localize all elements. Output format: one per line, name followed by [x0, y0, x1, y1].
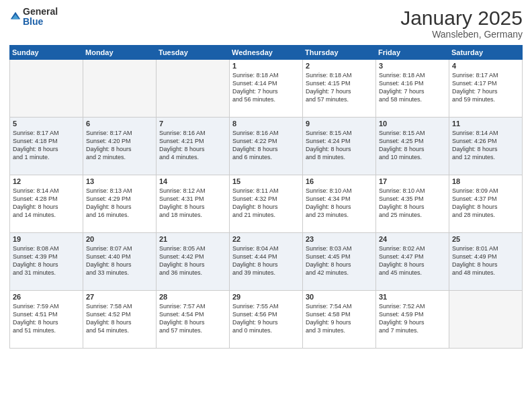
cell-content: Sunrise: 8:03 AMSunset: 4:45 PMDaylight:… [306, 244, 373, 277]
cell-content: Sunrise: 8:10 AMSunset: 4:34 PMDaylight:… [306, 187, 373, 220]
cell-content: Sunrise: 8:16 AMSunset: 4:22 PMDaylight:… [232, 129, 300, 162]
cell-content: Sunrise: 8:11 AMSunset: 4:32 PMDaylight:… [232, 187, 300, 220]
calendar-cell: 25Sunrise: 8:01 AMSunset: 4:49 PMDayligh… [449, 233, 523, 291]
cell-content: Sunrise: 8:18 AMSunset: 4:15 PMDaylight:… [306, 71, 373, 104]
calendar-cell: 9Sunrise: 8:15 AMSunset: 4:24 PMDaylight… [303, 118, 376, 175]
day-header-saturday: Saturday [449, 46, 523, 60]
logo: General Blue [9, 7, 58, 28]
cell-content: Sunrise: 8:10 AMSunset: 4:35 PMDaylight:… [379, 187, 446, 220]
day-header-sunday: Sunday [10, 46, 83, 60]
calendar-cell: 16Sunrise: 8:10 AMSunset: 4:34 PMDayligh… [303, 175, 376, 233]
cell-content: Sunrise: 8:14 AMSunset: 4:26 PMDaylight:… [452, 129, 519, 162]
day-number: 8 [232, 120, 300, 128]
title-area: January 2025 Wansleben, Germany [400, 7, 523, 40]
cell-content: Sunrise: 8:17 AMSunset: 4:17 PMDaylight:… [452, 71, 519, 104]
cell-content: Sunrise: 8:17 AMSunset: 4:20 PMDaylight:… [86, 129, 153, 162]
month-title: January 2025 [400, 7, 523, 29]
calendar-cell: 8Sunrise: 8:16 AMSunset: 4:22 PMDaylight… [230, 118, 303, 175]
cell-content: Sunrise: 8:02 AMSunset: 4:47 PMDaylight:… [379, 244, 446, 277]
cell-content: Sunrise: 7:54 AMSunset: 4:58 PMDaylight:… [306, 302, 373, 335]
day-number: 29 [232, 293, 300, 301]
cell-content: Sunrise: 7:58 AMSunset: 4:52 PMDaylight:… [86, 302, 153, 335]
calendar-cell: 17Sunrise: 8:10 AMSunset: 4:35 PMDayligh… [376, 175, 449, 233]
day-header-monday: Monday [83, 46, 157, 60]
day-number: 1 [232, 62, 300, 70]
logo-blue: Blue [23, 17, 58, 27]
day-number: 19 [13, 235, 80, 243]
cell-content: Sunrise: 8:09 AMSunset: 4:37 PMDaylight:… [452, 187, 519, 220]
calendar-cell: 21Sunrise: 8:05 AMSunset: 4:42 PMDayligh… [157, 233, 230, 291]
calendar-cell: 27Sunrise: 7:58 AMSunset: 4:52 PMDayligh… [83, 291, 157, 349]
cell-content: Sunrise: 7:59 AMSunset: 4:51 PMDaylight:… [13, 302, 80, 335]
cell-content: Sunrise: 7:55 AMSunset: 4:56 PMDaylight:… [232, 302, 300, 335]
calendar-week-1: 1Sunrise: 8:18 AMSunset: 4:14 PMDaylight… [10, 60, 523, 118]
calendar-cell: 15Sunrise: 8:11 AMSunset: 4:32 PMDayligh… [230, 175, 303, 233]
calendar-cell: 26Sunrise: 7:59 AMSunset: 4:51 PMDayligh… [10, 291, 83, 349]
cell-content: Sunrise: 8:01 AMSunset: 4:49 PMDaylight:… [452, 244, 519, 277]
day-number: 17 [379, 177, 446, 185]
logo-general: General [23, 7, 58, 17]
calendar-cell: 5Sunrise: 8:17 AMSunset: 4:18 PMDaylight… [10, 118, 83, 175]
calendar-cell: 11Sunrise: 8:14 AMSunset: 4:26 PMDayligh… [449, 118, 523, 175]
cell-content: Sunrise: 8:05 AMSunset: 4:42 PMDaylight:… [159, 244, 226, 277]
cell-content: Sunrise: 8:18 AMSunset: 4:16 PMDaylight:… [379, 71, 446, 104]
day-number: 24 [379, 235, 446, 243]
header: General Blue January 2025 Wansleben, Ger… [9, 7, 523, 40]
cell-content: Sunrise: 7:52 AMSunset: 4:59 PMDaylight:… [379, 302, 446, 335]
calendar-cell: 29Sunrise: 7:55 AMSunset: 4:56 PMDayligh… [230, 291, 303, 349]
day-number: 20 [86, 235, 153, 243]
calendar-cell: 22Sunrise: 8:04 AMSunset: 4:44 PMDayligh… [230, 233, 303, 291]
day-number: 3 [379, 62, 446, 70]
cell-content: Sunrise: 8:04 AMSunset: 4:44 PMDaylight:… [232, 244, 300, 277]
calendar-cell: 14Sunrise: 8:12 AMSunset: 4:31 PMDayligh… [157, 175, 230, 233]
day-number: 13 [86, 177, 153, 185]
cell-content: Sunrise: 8:13 AMSunset: 4:29 PMDaylight:… [86, 187, 153, 220]
day-number: 28 [159, 293, 226, 301]
cell-content: Sunrise: 8:15 AMSunset: 4:24 PMDaylight:… [306, 129, 373, 162]
cell-content: Sunrise: 8:14 AMSunset: 4:28 PMDaylight:… [13, 187, 80, 220]
calendar-cell: 4Sunrise: 8:17 AMSunset: 4:17 PMDaylight… [449, 60, 523, 118]
calendar-cell [10, 60, 83, 118]
logo-text: General Blue [23, 7, 58, 28]
day-header-wednesday: Wednesday [230, 46, 303, 60]
day-number: 6 [86, 120, 153, 128]
calendar-header-row: SundayMondayTuesdayWednesdayThursdayFrid… [10, 46, 523, 60]
cell-content: Sunrise: 8:17 AMSunset: 4:18 PMDaylight:… [13, 129, 80, 162]
day-number: 18 [452, 177, 519, 185]
day-number: 2 [306, 62, 373, 70]
calendar-cell: 7Sunrise: 8:16 AMSunset: 4:21 PMDaylight… [157, 118, 230, 175]
day-header-thursday: Thursday [303, 46, 376, 60]
day-header-friday: Friday [376, 46, 449, 60]
day-number: 15 [232, 177, 300, 185]
calendar-cell: 19Sunrise: 8:08 AMSunset: 4:39 PMDayligh… [10, 233, 83, 291]
day-number: 5 [13, 120, 80, 128]
day-number: 23 [306, 235, 373, 243]
day-number: 26 [13, 293, 80, 301]
calendar-week-3: 12Sunrise: 8:14 AMSunset: 4:28 PMDayligh… [10, 175, 523, 233]
day-number: 11 [452, 120, 519, 128]
calendar-cell: 12Sunrise: 8:14 AMSunset: 4:28 PMDayligh… [10, 175, 83, 233]
day-number: 9 [306, 120, 373, 128]
day-number: 27 [86, 293, 153, 301]
calendar-cell: 23Sunrise: 8:03 AMSunset: 4:45 PMDayligh… [303, 233, 376, 291]
calendar-cell: 2Sunrise: 8:18 AMSunset: 4:15 PMDaylight… [303, 60, 376, 118]
page-container: General Blue January 2025 Wansleben, Ger… [0, 0, 532, 411]
location-subtitle: Wansleben, Germany [400, 29, 523, 40]
calendar-table: SundayMondayTuesdayWednesdayThursdayFrid… [9, 45, 523, 349]
calendar-cell: 18Sunrise: 8:09 AMSunset: 4:37 PMDayligh… [449, 175, 523, 233]
day-number: 7 [159, 120, 226, 128]
calendar-cell: 24Sunrise: 8:02 AMSunset: 4:47 PMDayligh… [376, 233, 449, 291]
day-number: 31 [379, 293, 446, 301]
day-number: 14 [159, 177, 226, 185]
logo-icon [9, 11, 21, 23]
day-number: 30 [306, 293, 373, 301]
calendar-cell: 28Sunrise: 7:57 AMSunset: 4:54 PMDayligh… [157, 291, 230, 349]
day-number: 16 [306, 177, 373, 185]
cell-content: Sunrise: 8:07 AMSunset: 4:40 PMDaylight:… [86, 244, 153, 277]
calendar-cell: 13Sunrise: 8:13 AMSunset: 4:29 PMDayligh… [83, 175, 157, 233]
calendar-cell [157, 60, 230, 118]
calendar-week-4: 19Sunrise: 8:08 AMSunset: 4:39 PMDayligh… [10, 233, 523, 291]
cell-content: Sunrise: 8:18 AMSunset: 4:14 PMDaylight:… [232, 71, 300, 104]
calendar-cell: 6Sunrise: 8:17 AMSunset: 4:20 PMDaylight… [83, 118, 157, 175]
cell-content: Sunrise: 8:15 AMSunset: 4:25 PMDaylight:… [379, 129, 446, 162]
